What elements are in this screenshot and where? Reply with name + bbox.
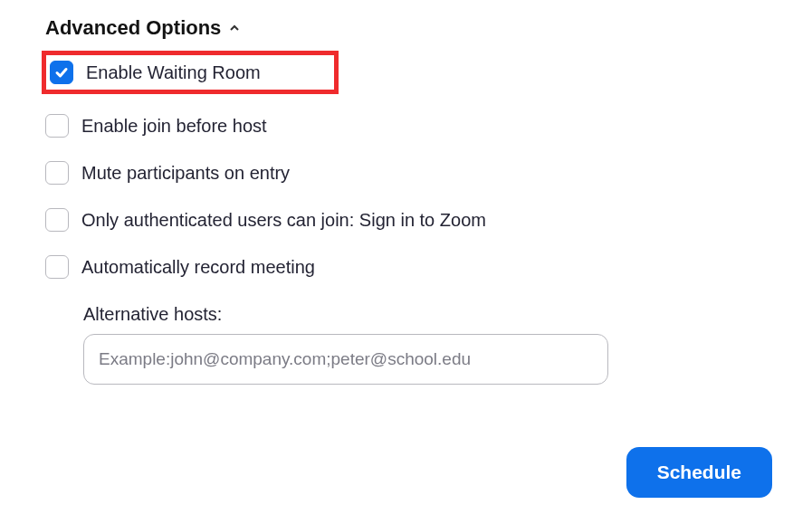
checkbox-mute-on-entry[interactable] [45,161,69,185]
chevron-up-icon [228,22,241,34]
option-join-before-host[interactable]: Enable join before host [45,110,767,141]
option-waiting-room[interactable]: Enable Waiting Room [42,51,339,94]
checkbox-authenticated-only[interactable] [45,208,69,232]
advanced-options-header[interactable]: Advanced Options [45,16,767,40]
option-label-mute-on-entry: Mute participants on entry [81,163,290,184]
option-authenticated-only[interactable]: Only authenticated users can join: Sign … [45,205,767,235]
option-mute-on-entry[interactable]: Mute participants on entry [45,157,767,188]
alternative-hosts-section: Alternative hosts: [83,304,767,385]
option-auto-record[interactable]: Automatically record meeting [45,252,767,282]
alternative-hosts-label: Alternative hosts: [83,304,767,325]
checkbox-waiting-room[interactable] [50,61,73,84]
options-list: Enable Waiting Room Enable join before h… [45,51,767,282]
option-label-waiting-room: Enable Waiting Room [86,62,261,83]
alternative-hosts-input[interactable] [83,334,608,385]
schedule-button[interactable]: Schedule [626,447,772,498]
option-label-authenticated-only: Only authenticated users can join: Sign … [81,210,486,231]
checkbox-join-before-host[interactable] [45,114,69,138]
advanced-options-title: Advanced Options [45,16,221,40]
option-label-join-before-host: Enable join before host [81,116,267,137]
option-label-auto-record: Automatically record meeting [81,257,315,278]
checkbox-auto-record[interactable] [45,255,69,279]
